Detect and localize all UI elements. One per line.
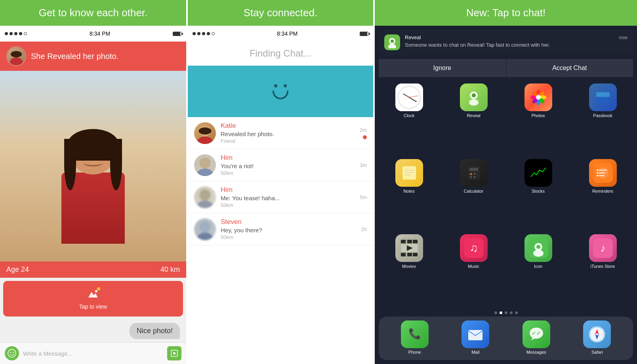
calculator-icon: + × = (460, 159, 488, 187)
dot2 (197, 32, 200, 35)
clock-center-dot (408, 97, 410, 98)
chat-time-katie: 2m (360, 127, 367, 133)
svg-rect-37 (402, 166, 416, 180)
chat-item-steven[interactable]: Steven Hey, you there? 50km 2h (188, 213, 373, 245)
app-item-music[interactable]: ♫ Music (445, 234, 502, 303)
app-item-notes[interactable]: Notes (380, 159, 438, 228)
svg-point-54 (597, 172, 598, 174)
chat-meta-katie: 2m (360, 127, 367, 139)
photo-reveal-notification[interactable]: She Revealed her photo. (0, 42, 186, 71)
chat-name-steven: Steven (221, 218, 357, 226)
chat-content-him2: Him Me: You tease! haha... 50km (221, 186, 355, 208)
avatar-him1 (194, 154, 216, 176)
svg-point-6 (10, 352, 11, 353)
message-input-bar: Write a Message... (0, 342, 186, 364)
eye-right (284, 84, 287, 87)
app-item-itunes[interactable]: ♪ iTunes Store (574, 234, 631, 303)
app-item-icon[interactable]: Icon (509, 234, 567, 303)
message-input[interactable]: Write a Message... (23, 350, 163, 357)
app-item-calculator[interactable]: + × = Calculator (445, 159, 502, 228)
svg-text:♫: ♫ (469, 242, 478, 254)
svg-point-24 (469, 99, 479, 106)
app-item-reminders[interactable]: Reminders (574, 159, 631, 228)
app-label-stocks: Stocks (532, 189, 545, 193)
dock: 📞 Phone Mail ✓✓ M (379, 317, 633, 360)
chat-banner (188, 66, 373, 117)
dot4 (19, 32, 22, 35)
chat-sub-katie: Friend (221, 138, 355, 144)
svg-point-17 (200, 222, 211, 233)
app-item-movies[interactable]: Movies (380, 234, 438, 303)
dot5 (24, 32, 27, 35)
svg-rect-62 (413, 253, 418, 256)
clock-icon (395, 83, 423, 111)
app-label-itunes: iTunes Store (591, 264, 615, 269)
smiley-eyes (267, 80, 294, 87)
chat-message-steven: Hey, you there? (221, 227, 357, 233)
chat-sub-steven: 50km (221, 234, 357, 240)
notification-content: Reveal now Someone wants to chat on Reve… (405, 34, 627, 49)
person-smile (83, 159, 103, 167)
chat-content-him1: Him You're a riot! 50km (221, 154, 355, 176)
photo-icon (87, 288, 99, 302)
app-item-photos[interactable]: Photos (509, 83, 567, 152)
accept-chat-button[interactable]: Accept Chat (506, 59, 633, 77)
app-item-stocks[interactable]: Stocks (509, 159, 567, 228)
app-item-reveal[interactable]: Reveal (445, 83, 502, 152)
dot3 (202, 32, 205, 35)
eye-left (274, 84, 277, 87)
chat-meta-him1: 3m (360, 162, 367, 168)
chat-bubble-container: Nice photo! (0, 320, 186, 342)
chat-meta-him2: 5m (360, 194, 367, 200)
system-notification: Reveal now Someone wants to chat on Reve… (379, 30, 633, 55)
chat-item-katie[interactable]: Katie Revealed her photo. Friend 2m (188, 117, 373, 149)
person-head (71, 135, 115, 174)
dock-item-messages[interactable]: ✓✓ Messages (523, 320, 550, 355)
emoji-button[interactable] (5, 346, 19, 360)
mail-icon (462, 320, 489, 348)
send-button[interactable] (167, 346, 181, 360)
avatar-image (7, 47, 25, 65)
panel-3: New: Tap to chat! Reveal now Someone wan… (375, 0, 637, 364)
app-label-calculator: Calculator (464, 189, 484, 193)
photos-icon (524, 83, 552, 111)
tap-view-label: Tap to view (79, 303, 107, 310)
page-dot-5 (515, 311, 518, 314)
itunes-icon: ♪ (589, 234, 617, 262)
chat-item-him2[interactable]: Him Me: You tease! haha... 50km 5m (188, 181, 373, 213)
dock-item-safari[interactable]: Safari (583, 320, 611, 355)
app-item-clock[interactable]: Clock (380, 83, 438, 152)
chat-list: Katie Revealed her photo. Friend 2m Him … (188, 117, 373, 364)
battery-icon-2 (360, 32, 368, 36)
dot3 (14, 32, 17, 35)
svg-text:×: × (470, 176, 471, 178)
page-dot-2 (500, 311, 502, 314)
svg-rect-59 (413, 240, 418, 243)
svg-point-53 (597, 169, 598, 171)
app-label-reveal: Reveal (467, 113, 480, 118)
svg-point-1 (11, 51, 22, 57)
svg-point-16 (197, 201, 213, 208)
reminders-icon (589, 159, 617, 187)
ignore-button[interactable]: Ignore (379, 59, 506, 77)
svg-point-12 (197, 136, 213, 144)
chat-message-him2: Me: You tease! haha... (221, 195, 355, 201)
panel1-title: Get to know each other. (39, 7, 148, 19)
unread-dot-katie (363, 135, 367, 139)
user-distance: 40 km (160, 265, 180, 274)
user-photo (0, 71, 186, 262)
person-hair-left (64, 139, 76, 190)
dock-item-mail[interactable]: Mail (462, 320, 489, 355)
person-hair-right (110, 139, 122, 190)
dock-item-phone[interactable]: 📞 Phone (401, 320, 429, 355)
svg-point-21 (388, 44, 396, 48)
app-item-passbook[interactable]: Passbook (574, 83, 631, 152)
tap-to-view-button[interactable]: Tap to view (3, 281, 183, 317)
finding-chat-text: Finding Chat... (188, 42, 373, 66)
chat-time-him2: 5m (360, 194, 367, 200)
battery-icon (173, 32, 181, 36)
svg-point-43 (470, 173, 472, 175)
dock-label-messages: Messages (526, 350, 546, 355)
chat-item-him1[interactable]: Him You're a riot! 50km 3m (188, 149, 373, 181)
chat-message-katie: Revealed her photo. (221, 131, 355, 137)
